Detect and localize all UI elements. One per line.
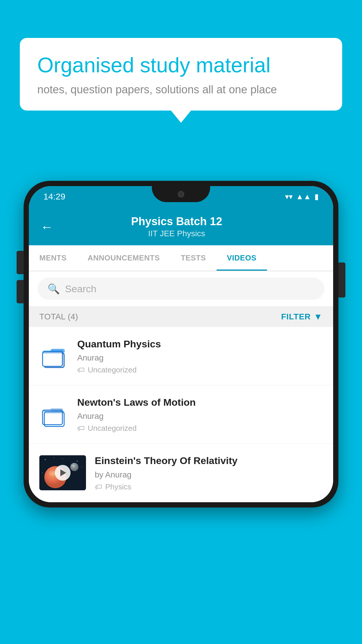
header-title: Physics Batch 12	[62, 215, 291, 228]
search-input[interactable]: Search	[65, 283, 96, 295]
video-title: Quantum Physics	[77, 337, 323, 350]
signal-icon: ▲▲	[296, 192, 311, 201]
video-list: Quantum Physics Anurag 🏷 Uncategorized	[29, 327, 333, 502]
video-author: Anurag	[77, 353, 323, 363]
filter-icon: ▼	[314, 312, 323, 322]
tab-announcements[interactable]: ANNOUNCEMENTS	[77, 245, 171, 271]
folder-icon	[41, 344, 66, 369]
svg-rect-3	[43, 352, 62, 366]
tag-label: Uncategorized	[88, 424, 137, 433]
folder-icon	[41, 402, 66, 427]
video-author: by Anurag	[95, 470, 323, 480]
tag-icon: 🏷	[95, 482, 102, 491]
wifi-icon: ▾▾	[285, 192, 293, 201]
play-button[interactable]	[55, 465, 71, 481]
notch	[152, 186, 210, 202]
tag-icon: 🏷	[77, 365, 85, 374]
phone-screen: 14:29 ▾▾ ▲▲ ▮ ← Physics Batch 12 IIT JEE…	[29, 186, 333, 502]
volume-down-button[interactable]	[17, 280, 24, 303]
header-title-section: Physics Batch 12 IIT JEE Physics	[62, 215, 291, 238]
video-info: Einstein's Theory Of Relativity by Anura…	[95, 454, 323, 491]
list-item[interactable]: Newton's Laws of Motion Anurag 🏷 Uncateg…	[29, 385, 333, 444]
video-info: Quantum Physics Anurag 🏷 Uncategorized	[77, 337, 323, 374]
bubble-subtitle: notes, question papers, solutions all at…	[37, 83, 325, 96]
tag-icon: 🏷	[77, 424, 85, 433]
list-item[interactable]: Quantum Physics Anurag 🏷 Uncategorized	[29, 327, 333, 385]
volume-up-button[interactable]	[17, 251, 24, 274]
svg-point-8	[54, 457, 54, 458]
power-button[interactable]	[338, 262, 345, 298]
folder-icon-wrap	[39, 344, 68, 369]
svg-point-16	[72, 465, 74, 467]
tab-tests[interactable]: TESTS	[170, 245, 216, 271]
total-count: TOTAL (4)	[39, 312, 78, 321]
svg-point-12	[62, 459, 63, 459]
svg-point-11	[42, 473, 43, 473]
search-bar-container: 🔍 Search	[29, 271, 333, 307]
tabs-bar: MENTS ANNOUNCEMENTS TESTS VIDEOS	[29, 245, 333, 271]
tag-label: Uncategorized	[88, 365, 137, 374]
list-item[interactable]: Einstein's Theory Of Relativity by Anura…	[29, 444, 333, 502]
video-author: Anurag	[77, 412, 323, 421]
folder-icon-wrap	[39, 402, 68, 427]
speech-bubble: Organised study material notes, question…	[20, 38, 342, 111]
search-bar[interactable]: 🔍 Search	[38, 278, 324, 300]
video-info: Newton's Laws of Motion Anurag 🏷 Uncateg…	[77, 396, 323, 433]
video-title: Newton's Laws of Motion	[77, 396, 323, 409]
tab-ments[interactable]: MENTS	[29, 245, 77, 271]
video-tag: 🏷 Uncategorized	[77, 424, 323, 433]
filter-button[interactable]: FILTER ▼	[281, 312, 323, 322]
speech-bubble-container: Organised study material notes, question…	[20, 38, 342, 111]
battery-icon: ▮	[314, 192, 319, 201]
status-icons: ▾▾ ▲▲ ▮	[285, 192, 319, 201]
svg-point-7	[45, 459, 46, 460]
filter-bar: TOTAL (4) FILTER ▼	[29, 307, 333, 327]
video-tag: 🏷 Physics	[95, 482, 323, 491]
bubble-title: Organised study material	[37, 52, 325, 78]
svg-point-9	[77, 461, 78, 461]
thumbnail-bg	[39, 455, 86, 490]
svg-point-15	[70, 463, 78, 471]
phone-outer: 14:29 ▾▾ ▲▲ ▮ ← Physics Batch 12 IIT JEE…	[24, 181, 338, 508]
svg-point-10	[81, 467, 82, 467]
video-title: Einstein's Theory Of Relativity	[95, 454, 323, 467]
video-thumbnail	[39, 455, 86, 490]
status-time: 14:29	[43, 192, 65, 202]
phone-mockup: 14:29 ▾▾ ▲▲ ▮ ← Physics Batch 12 IIT JEE…	[24, 181, 338, 508]
video-tag: 🏷 Uncategorized	[77, 365, 323, 374]
app-header: ← Physics Batch 12 IIT JEE Physics	[29, 207, 333, 245]
back-button[interactable]: ←	[41, 220, 53, 234]
camera	[178, 191, 184, 197]
status-bar: 14:29 ▾▾ ▲▲ ▮	[29, 186, 333, 207]
filter-label: FILTER	[281, 312, 311, 321]
tab-videos[interactable]: VIDEOS	[217, 245, 267, 271]
header-subtitle: IIT JEE Physics	[62, 229, 291, 238]
search-icon: 🔍	[48, 283, 60, 295]
tag-label: Physics	[105, 482, 131, 491]
